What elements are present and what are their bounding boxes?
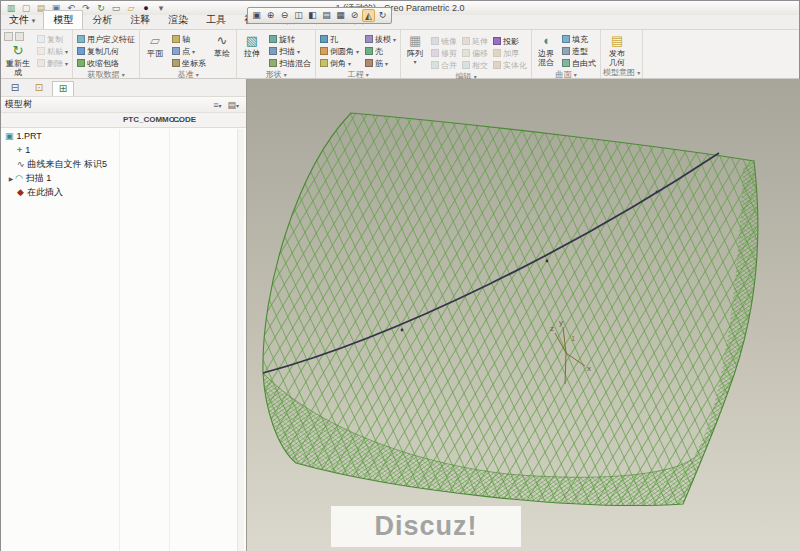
- boundary-blend-icon: ◖: [542, 33, 550, 49]
- group-get-data: 用户定义特征 复制几何 收缩包络 获取数据 ▾: [73, 30, 140, 78]
- delete-icon: [37, 59, 45, 67]
- swept-blend-icon: [269, 59, 277, 67]
- column-code[interactable]: CODE: [173, 115, 196, 124]
- mini-toggle-icon[interactable]: [15, 32, 24, 41]
- shell-button[interactable]: 壳: [363, 45, 398, 57]
- delete-button[interactable]: 删除▾: [35, 57, 70, 69]
- model-tree-header: 模型树 ≡▾ ▤▾: [1, 97, 246, 113]
- publish-geometry-button[interactable]: ▤ 发布 几何: [603, 31, 631, 67]
- hole-button[interactable]: 孔: [318, 33, 361, 45]
- paste-button[interactable]: 粘贴▾: [35, 45, 70, 57]
- regenerate-label: 重新生成: [3, 59, 33, 77]
- mini-toggle-icon[interactable]: [4, 32, 13, 41]
- csys-button[interactable]: 坐标系: [170, 57, 208, 69]
- graphics-viewport[interactable]: z y x 1 Discuz!: [247, 79, 800, 551]
- round-button[interactable]: 倒圆角▾: [318, 45, 361, 57]
- fill-button[interactable]: 填充: [560, 33, 598, 45]
- expand-arrow-icon[interactable]: ▶: [7, 175, 15, 182]
- tree-item-csys[interactable]: + 1: [1, 143, 246, 157]
- sketch-icon: ∿: [217, 33, 228, 49]
- repaint-button[interactable]: ◫: [292, 9, 305, 22]
- group-editing: ▦ 阵列 ▾ 镜像 修剪: [401, 30, 532, 78]
- swept-blend-button[interactable]: 扫描混合: [267, 57, 313, 69]
- project-button[interactable]: 投影: [491, 35, 529, 47]
- spin-center-button[interactable]: ↻: [376, 9, 389, 22]
- merge-button[interactable]: 合并: [429, 59, 459, 71]
- mirror-icon: [431, 37, 439, 45]
- rib-button[interactable]: 筋▾: [363, 57, 398, 69]
- plane-button[interactable]: ▱ 平面: [142, 31, 168, 58]
- display-style-button[interactable]: ◧: [306, 9, 319, 22]
- mirror-button[interactable]: 镜像: [429, 35, 459, 47]
- csys-icon: +: [17, 145, 22, 155]
- tab-analysis[interactable]: 分析: [83, 11, 121, 29]
- tree-item-sweep[interactable]: ▶ ◠ 扫描 1: [1, 171, 246, 185]
- axis-button[interactable]: 轴: [170, 33, 208, 45]
- udf-button[interactable]: 用户定义特征: [75, 33, 137, 45]
- tree-filters-button[interactable]: ≡▾: [210, 100, 224, 110]
- file-menu-button[interactable]: 文件 ▾: [1, 12, 43, 29]
- point-button[interactable]: 点▾: [170, 45, 208, 57]
- copy-button[interactable]: 复制: [35, 33, 70, 45]
- extend-icon: [462, 37, 470, 45]
- regenerate-icon: ↻: [13, 43, 24, 59]
- sweep-icon: [269, 47, 277, 55]
- curve-point: [656, 191, 659, 194]
- tree-item-insert-here[interactable]: ◆ 在此插入: [1, 185, 246, 199]
- freestyle-button[interactable]: 自由式: [560, 57, 598, 69]
- copy-geometry-button[interactable]: 复制几何: [75, 45, 137, 57]
- style-button[interactable]: 造型: [560, 45, 598, 57]
- ribbon-tab-bar: 文件 ▾ 模型 分析 注释 渲染 工具 视图 柔性建模 应用程序: [1, 15, 799, 30]
- view-manager-button[interactable]: ▦: [334, 9, 347, 22]
- triad-name-label: 1: [571, 334, 576, 343]
- group-shapes: ▧ 拉伸 旋转 扫描▾ 扫描混合: [237, 30, 316, 78]
- datum-display-button[interactable]: ⊘: [348, 9, 361, 22]
- plane-icon: ▱: [150, 33, 160, 49]
- part-icon: ▣: [5, 131, 14, 141]
- refit-button[interactable]: ▣: [250, 9, 263, 22]
- regenerate-button[interactable]: ↻ 重新生成 ▾: [3, 41, 33, 84]
- thicken-button[interactable]: 加厚: [491, 47, 529, 59]
- solidify-button[interactable]: 实体化: [491, 59, 529, 71]
- extrude-button[interactable]: ▧ 拉伸: [239, 31, 265, 58]
- favorites-tab[interactable]: ⊞: [52, 81, 74, 96]
- trim-icon: [431, 49, 439, 57]
- model-tree[interactable]: ▣ 1.PRT + 1 ∿ 曲线来自文件 标识5 ▶ ◠ 扫描 1 ◆ 在此插入: [1, 129, 246, 551]
- sweep-feature-icon: ◠: [15, 173, 23, 183]
- chevron-down-icon: ▾: [32, 17, 36, 24]
- tab-model[interactable]: 模型: [43, 10, 83, 29]
- group-surfaces: ◖ 边界 混合 填充 造型 自由式: [532, 30, 601, 78]
- group-label-model-intent[interactable]: 模型意图 ▾: [603, 67, 640, 78]
- intersect-button[interactable]: 相交: [460, 59, 490, 71]
- shrinkwrap-button[interactable]: 收缩包络: [75, 57, 137, 69]
- offset-icon: [462, 49, 470, 57]
- offset-button[interactable]: 偏移: [460, 47, 490, 59]
- wireframe-model[interactable]: z y x 1: [247, 79, 800, 551]
- point-icon: [172, 47, 180, 55]
- chamfer-button[interactable]: 倒角▾: [318, 57, 361, 69]
- revolve-button[interactable]: 旋转: [267, 33, 313, 45]
- boundary-blend-button[interactable]: ◖ 边界 混合: [534, 31, 558, 67]
- sweep-button[interactable]: 扫描▾: [267, 45, 313, 57]
- tree-scrollbar[interactable]: [237, 129, 244, 551]
- sketch-button[interactable]: ∿ 草绘: [210, 31, 234, 58]
- saved-orientations-button[interactable]: ▤: [320, 9, 333, 22]
- zoom-in-button[interactable]: ⊕: [264, 9, 277, 22]
- triad-x-label: x: [587, 364, 591, 373]
- model-tree-tab[interactable]: ⊟: [4, 81, 26, 96]
- folder-browser-tab[interactable]: ⊡: [28, 81, 50, 96]
- tab-annotate[interactable]: 注释: [121, 11, 159, 29]
- tree-column-header[interactable]: PTC_COMMO... CODE: [1, 113, 246, 128]
- draft-button[interactable]: 拔模▾: [363, 33, 398, 45]
- zoom-out-button[interactable]: ⊖: [278, 9, 291, 22]
- tree-columns-button[interactable]: ▤▾: [224, 100, 242, 110]
- tab-render[interactable]: 渲染: [159, 11, 197, 29]
- csys-icon: [172, 59, 180, 67]
- pattern-button[interactable]: ▦ 阵列 ▾: [403, 31, 427, 65]
- tree-item-part[interactable]: ▣ 1.PRT: [1, 129, 246, 143]
- annotation-display-button[interactable]: ◭: [362, 9, 375, 22]
- extend-button[interactable]: 延伸: [460, 35, 490, 47]
- tab-tools[interactable]: 工具: [197, 11, 235, 29]
- trim-button[interactable]: 修剪: [429, 47, 459, 59]
- tree-item-curve-from-file[interactable]: ∿ 曲线来自文件 标识5: [1, 157, 246, 171]
